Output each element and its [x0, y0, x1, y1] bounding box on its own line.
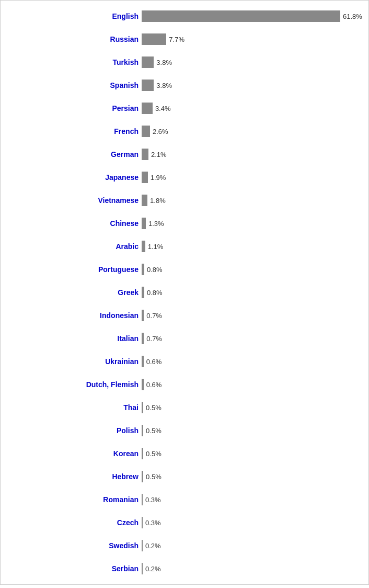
- language-label: Italian: [1, 334, 142, 343]
- bar: [142, 356, 144, 367]
- bar: [142, 149, 148, 160]
- language-label: Hebrew: [1, 472, 142, 481]
- percent-label: 0.2%: [145, 542, 161, 550]
- bar: [142, 379, 144, 390]
- bar: [142, 172, 148, 183]
- list-item: Italian0.7%: [1, 327, 368, 350]
- language-label: Swedish: [1, 541, 142, 550]
- bar: [142, 563, 143, 574]
- percent-label: 1.9%: [151, 174, 166, 182]
- list-item: Serbian0.2%: [1, 557, 368, 580]
- bar: [142, 264, 144, 275]
- list-item: Russian7.7%: [1, 28, 368, 51]
- bar: [142, 241, 145, 252]
- bar: [142, 80, 154, 91]
- percent-label: 2.1%: [151, 151, 167, 159]
- percent-label: 3.8%: [156, 59, 172, 66]
- bar-section: 1.1%: [142, 241, 368, 252]
- list-item: Greek0.8%: [1, 281, 368, 304]
- bar: [142, 310, 144, 321]
- percent-label: 0.5%: [146, 473, 162, 481]
- bar-section: 7.7%: [142, 33, 368, 45]
- list-item: Thai0.5%: [1, 396, 368, 419]
- percent-label: 0.3%: [145, 519, 161, 527]
- language-label: Indonesian: [1, 311, 142, 320]
- bar-section: 2.6%: [142, 126, 368, 137]
- language-label: Spanish: [1, 81, 142, 89]
- language-label: Vietnamese: [1, 196, 142, 205]
- percent-label: 0.6%: [146, 358, 162, 366]
- list-item: Hebrew0.5%: [1, 465, 368, 488]
- bar-section: 0.5%: [142, 448, 368, 459]
- bar-section: 0.6%: [142, 356, 368, 367]
- bar-section: 0.6%: [142, 379, 368, 390]
- language-label: Turkish: [1, 58, 142, 66]
- bar: [142, 448, 143, 459]
- language-label: Chinese: [1, 219, 142, 228]
- bar: [142, 195, 147, 206]
- bar: [142, 540, 143, 551]
- language-label: Czech: [1, 518, 142, 527]
- language-label: Japanese: [1, 173, 142, 182]
- language-label: English: [1, 12, 142, 20]
- list-item: Swedish0.2%: [1, 534, 368, 557]
- list-item: Romanian0.3%: [1, 488, 368, 511]
- percent-label: 0.5%: [146, 427, 162, 435]
- language-label: Dutch, Flemish: [1, 380, 142, 389]
- bar-section: 0.7%: [142, 310, 368, 321]
- bar-section: 0.2%: [142, 540, 368, 551]
- list-item: Polish0.5%: [1, 419, 368, 442]
- percent-label: 3.8%: [156, 82, 172, 89]
- language-label: Arabic: [1, 242, 142, 251]
- bar: [142, 103, 153, 114]
- bar-section: 0.3%: [142, 494, 368, 505]
- percent-label: 0.7%: [146, 335, 162, 343]
- language-label: Russian: [1, 35, 142, 43]
- percent-label: 1.1%: [148, 243, 164, 251]
- list-item: Turkish3.8%: [1, 51, 368, 74]
- language-label: Thai: [1, 403, 142, 412]
- bar: [142, 425, 143, 436]
- language-label: Persian: [1, 104, 142, 112]
- bar: [142, 471, 143, 482]
- language-label: German: [1, 150, 142, 159]
- bar-chart: English61.8%Russian7.7%Turkish3.8%Spanis…: [0, 0, 369, 585]
- list-item: Czech0.3%: [1, 511, 368, 534]
- list-item: Ukrainian0.6%: [1, 350, 368, 373]
- bar: [142, 218, 146, 229]
- language-label: French: [1, 127, 142, 135]
- language-label: Greek: [1, 288, 142, 297]
- list-item: Korean0.5%: [1, 442, 368, 465]
- list-item: Vietnamese1.8%: [1, 189, 368, 212]
- percent-label: 3.4%: [155, 105, 171, 112]
- list-item: Dutch, Flemish0.6%: [1, 373, 368, 396]
- bar-section: 3.8%: [142, 80, 368, 91]
- percent-label: 1.3%: [148, 220, 164, 228]
- bar-section: 0.3%: [142, 517, 368, 528]
- bar: [142, 126, 150, 137]
- bar-section: 3.8%: [142, 56, 368, 68]
- percent-label: 0.8%: [147, 266, 163, 274]
- bar: [142, 494, 143, 505]
- language-label: Portuguese: [1, 265, 142, 274]
- percent-label: 61.8%: [343, 13, 362, 20]
- list-item: Japanese1.9%: [1, 166, 368, 189]
- bar-section: 0.8%: [142, 264, 368, 275]
- bar: [142, 10, 340, 22]
- language-label: Serbian: [1, 564, 142, 573]
- bar-section: 3.4%: [142, 103, 368, 114]
- percent-label: 0.5%: [146, 450, 162, 458]
- list-item: Spanish3.8%: [1, 74, 368, 97]
- bar: [142, 333, 144, 344]
- percent-label: 0.7%: [146, 312, 162, 320]
- language-label: Polish: [1, 426, 142, 435]
- list-item: Arabic1.1%: [1, 235, 368, 258]
- bar-section: 0.7%: [142, 333, 368, 344]
- percent-label: 0.2%: [145, 565, 161, 573]
- percent-label: 2.6%: [153, 128, 168, 135]
- bar-section: 61.8%: [142, 10, 368, 22]
- bar-section: 1.3%: [142, 218, 368, 229]
- bar: [142, 287, 144, 298]
- bar-section: 1.9%: [142, 172, 368, 183]
- list-item: Indonesian0.7%: [1, 304, 368, 327]
